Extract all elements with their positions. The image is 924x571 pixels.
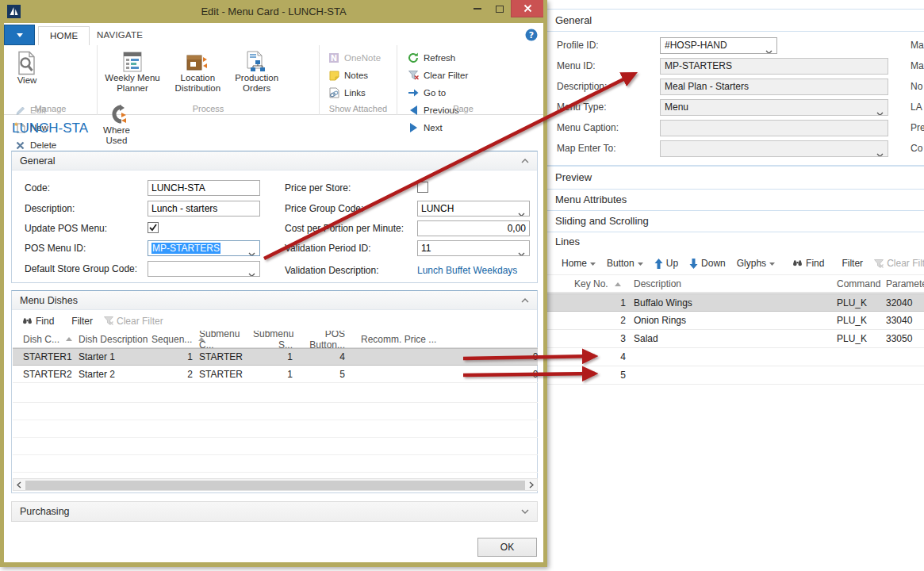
- table-row[interactable]: 5: [547, 366, 924, 385]
- clipped-label: No: [911, 79, 924, 95]
- help-button[interactable]: ?: [525, 29, 538, 41]
- notes-button[interactable]: Notes: [324, 67, 384, 84]
- home-menu-button[interactable]: Home: [558, 256, 599, 270]
- scroll-right-icon[interactable]: [526, 479, 537, 490]
- price-per-store-checkbox[interactable]: [417, 182, 428, 193]
- refresh-button[interactable]: Refresh: [404, 49, 477, 67]
- onenote-button[interactable]: N OneNote: [324, 49, 384, 67]
- menu-id-field[interactable]: MP-STARTERS: [660, 58, 888, 75]
- minimize-button[interactable]: [466, 0, 489, 17]
- clipped-label: Ma: [911, 58, 924, 75]
- pos-menu-id-select[interactable]: MP-STARTERS: [148, 240, 260, 256]
- ribbon-group-manage: View Edit New Delete Manage: [4, 45, 98, 115]
- right-description-field[interactable]: Meal Plan - Starters: [660, 79, 888, 95]
- column-header-dish-description[interactable]: Dish Description: [79, 334, 151, 345]
- links-button[interactable]: Links: [324, 84, 384, 102]
- preview-section-header[interactable]: Preview: [547, 167, 924, 188]
- validation-period-select[interactable]: 11: [417, 240, 530, 256]
- validation-description-link[interactable]: Lunch Buffet Weekdays: [417, 263, 517, 278]
- general-fasttab-header[interactable]: General: [12, 151, 537, 171]
- code-field[interactable]: LUNCH-STA: [148, 180, 260, 196]
- sliding-scrolling-section-header[interactable]: Sliding and Scrolling: [547, 211, 924, 232]
- ribbon: View Edit New Delete Manage: [4, 45, 543, 115]
- price-group-code-select[interactable]: LUNCH: [417, 201, 530, 217]
- clipped-label: Ma: [911, 37, 924, 54]
- goto-button[interactable]: Go to: [404, 84, 477, 102]
- horizontal-scrollbar[interactable]: [13, 478, 538, 491]
- right-general-section-header[interactable]: General: [547, 10, 924, 31]
- close-icon: [523, 4, 532, 13]
- view-button[interactable]: View: [9, 48, 45, 100]
- column-header-key-no[interactable]: Key No.: [547, 278, 626, 289]
- column-header-pos-button[interactable]: POS Button...: [296, 331, 348, 351]
- tab-navigate[interactable]: NAVIGATE: [86, 26, 154, 45]
- table-row[interactable]: 4: [547, 348, 924, 366]
- table-row[interactable]: 2 Onion Rings PLU_K 33040: [547, 312, 924, 330]
- lines-clear-filter-button[interactable]: Clear Filt: [871, 256, 924, 270]
- menu-caption-label: Menu Caption:: [557, 120, 619, 136]
- maximize-button[interactable]: [489, 0, 511, 17]
- table-row[interactable]: 1 Buffalo Wings PLU_K 32040: [547, 293, 924, 312]
- column-header-parameter[interactable]: Parameter: [886, 278, 922, 289]
- table-row[interactable]: 3 Salad PLU_K 33050: [547, 330, 924, 348]
- glyphs-menu-button[interactable]: Glyphs: [734, 256, 778, 270]
- close-button[interactable]: [511, 0, 544, 17]
- menu-attributes-section-header[interactable]: Menu Attributes: [547, 190, 924, 210]
- menu-dishes-fasttab: Menu Dishes Find Filter Clear Filter Dis…: [11, 290, 538, 493]
- pos-menu-id-label: POS Menu ID:: [25, 240, 86, 256]
- table-row[interactable]: STARTER1 Starter 1 1 STARTER 1 4 0,00: [13, 348, 538, 366]
- next-button[interactable]: Next: [404, 119, 462, 136]
- move-down-button[interactable]: Down: [686, 256, 729, 270]
- lines-filter-button[interactable]: Filter: [838, 256, 866, 270]
- chevron-down-icon: [769, 262, 775, 266]
- scrollbar-thumb[interactable]: [25, 481, 525, 490]
- location-distribution-button[interactable]: Location Distribution: [170, 48, 225, 100]
- menu-caption-field[interactable]: [660, 120, 888, 136]
- chevron-down-icon: [521, 509, 529, 514]
- edit-menu-card-window: Edit - Menu Card - LUNCH-STA HOME NAVIGA…: [0, 0, 547, 567]
- clear-filter-button[interactable]: Clear Filter: [404, 67, 477, 84]
- column-header-dish-code[interactable]: Dish C...: [23, 334, 79, 345]
- delete-icon: [13, 139, 26, 151]
- column-header-submenu-code[interactable]: Submenu C...: [196, 331, 253, 351]
- column-header-recomm-price[interactable]: Recomm. Price ...: [348, 334, 538, 345]
- minimize-icon: [474, 8, 481, 10]
- tab-home[interactable]: HOME: [38, 26, 90, 45]
- title-bar[interactable]: Edit - Menu Card - LUNCH-STA: [0, 0, 547, 23]
- sort-ascending-icon: [615, 282, 621, 286]
- lines-toolbar: Home Button Up Down Glyphs Find Filter C…: [547, 253, 924, 274]
- column-header-description[interactable]: Description: [626, 278, 837, 289]
- cost-per-portion-field[interactable]: 0,00: [417, 220, 530, 236]
- column-header-sequence[interactable]: Sequen...: [151, 334, 196, 345]
- profile-id-select[interactable]: #HOSP-HAND: [660, 37, 777, 54]
- location-distribution-icon: [186, 51, 209, 73]
- menu-dishes-fasttab-header[interactable]: Menu Dishes: [12, 291, 537, 310]
- dishes-filter-button[interactable]: Filter: [68, 314, 96, 328]
- button-menu-button[interactable]: Button: [604, 256, 646, 270]
- chevron-down-icon: [17, 33, 23, 37]
- ribbon-group-show-attached: N OneNote Notes Links Show Attached: [320, 45, 397, 115]
- validation-description-label: Validation Description:: [285, 263, 379, 278]
- column-header-command[interactable]: Command: [837, 278, 886, 289]
- update-pos-menu-checkbox[interactable]: [148, 222, 159, 233]
- window-title: Edit - Menu Card - LUNCH-STA: [0, 0, 547, 23]
- move-up-button[interactable]: Up: [651, 256, 681, 270]
- chevron-down-icon: [590, 262, 596, 266]
- table-row[interactable]: STARTER2 Starter 2 2 STARTER 1 5 0,00: [13, 366, 538, 383]
- application-menu-button[interactable]: [4, 25, 35, 45]
- ok-button[interactable]: OK: [477, 538, 537, 557]
- production-orders-button[interactable]: Production Orders: [228, 48, 286, 100]
- scroll-left-icon[interactable]: [13, 479, 25, 490]
- weekly-menu-planner-button[interactable]: Weekly Menu Planner: [98, 48, 167, 100]
- purchasing-fasttab-header[interactable]: Purchasing: [11, 501, 538, 522]
- pos-menu-panel: General Profile ID: #HOSP-HAND Menu ID: …: [547, 0, 924, 571]
- dishes-clear-filter-button[interactable]: Clear Filter: [101, 314, 167, 328]
- description-field[interactable]: Lunch - starters: [148, 201, 260, 217]
- map-enter-to-select[interactable]: [660, 140, 888, 157]
- lines-find-button[interactable]: Find: [789, 256, 827, 270]
- default-store-group-select[interactable]: [148, 261, 260, 277]
- column-header-submenu-sort[interactable]: Submenu S...: [253, 331, 296, 351]
- menu-type-select[interactable]: Menu: [660, 99, 888, 116]
- dishes-find-button[interactable]: Find: [19, 314, 57, 328]
- lines-section-header[interactable]: Lines: [547, 232, 924, 251]
